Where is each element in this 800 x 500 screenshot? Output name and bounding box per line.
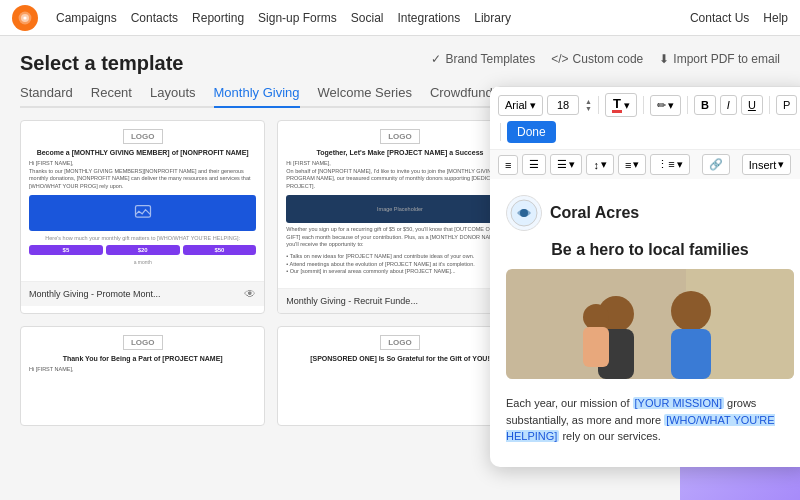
list-icon: ☰ (557, 158, 567, 171)
custom-code-icon: </> (551, 52, 568, 66)
nav-contacts[interactable]: Contacts (131, 11, 178, 25)
preview-panel: Arial ▾ 18 ▲ ▼ T ▾ ✏ ▾ B I U P (490, 86, 800, 467)
underline-btn[interactable]: U (741, 95, 763, 115)
eye-icon-1[interactable]: 👁 (244, 287, 256, 301)
card-image-1 (29, 195, 256, 231)
tab-recent[interactable]: Recent (91, 85, 132, 108)
card-body-5: LOGO [SPONSORED ONE] Is So Grateful for … (278, 327, 521, 407)
import-pdf-icon: ⬇ (659, 52, 669, 66)
card-title-4: Thank You for Being a Part of [PROJECT N… (29, 354, 256, 363)
nav-signupforms[interactable]: Sign-up Forms (258, 11, 337, 25)
list-dropdown: ▾ (569, 158, 575, 171)
card-footer-1: Monthly Giving - Promote Mont... 👁 (21, 281, 264, 306)
divider-4 (769, 96, 770, 114)
text-color-dropdown: ▾ (624, 99, 630, 112)
card-logo-5: LOGO (380, 335, 420, 350)
italic-btn[interactable]: I (720, 95, 737, 115)
font-size-input[interactable]: 18 (547, 95, 579, 115)
card-title-5: [SPONSORED ONE] Is So Grateful for the G… (286, 354, 513, 363)
card-footer-2: Monthly Giving - Recruit Funde... 👁 (278, 288, 521, 313)
svg-point-12 (671, 291, 711, 331)
nav-reporting[interactable]: Reporting (192, 11, 244, 25)
card-bullets-2: • Talks on new ideas for [PROJECT NAME] … (286, 253, 513, 276)
amount-5: $5 (29, 245, 103, 255)
card-text-2: Hi [FIRST NAME],On behalf of [NONPROFIT … (286, 160, 513, 191)
text-color-icon: T (612, 97, 622, 113)
line-height-btn[interactable]: ↕ ▾ (586, 154, 614, 175)
tab-standard[interactable]: Standard (20, 85, 73, 108)
font-selector[interactable]: Arial ▾ (498, 95, 543, 116)
import-pdf-link[interactable]: ⬇ Import PDF to email (659, 52, 780, 66)
nav-library[interactable]: Library (474, 11, 511, 25)
pencil-icon: ✏ (657, 99, 666, 112)
more-list-btn[interactable]: ⋮≡ ▾ (650, 154, 689, 175)
nav-help[interactable]: Help (763, 11, 788, 25)
font-value: Arial (505, 99, 527, 111)
template-card-1[interactable]: LOGO Become a [MONTHLY GIVING MEMBER] of… (20, 120, 265, 314)
card-image-2: Image Placeholder (286, 195, 513, 223)
preview-logo-row: Coral Acres (506, 195, 794, 231)
insert-label: Insert (749, 159, 777, 171)
preview-photo (506, 269, 794, 379)
link-btn[interactable]: 🔗 (702, 154, 730, 175)
svg-rect-11 (583, 327, 609, 367)
card-body-2: LOGO Together, Let's Make [PROJECT NAME]… (278, 121, 521, 288)
preview-org-name: Coral Acres (550, 204, 639, 222)
list-type-btn[interactable]: ≡ ▾ (618, 154, 646, 175)
list-type-dropdown: ▾ (633, 158, 639, 171)
app-logo[interactable] (12, 5, 38, 31)
card-amounts-1: $5 $20 $50 (29, 245, 256, 255)
brand-templates-link[interactable]: ✓ Brand Templates (431, 52, 535, 66)
bold-btn[interactable]: B (694, 95, 716, 115)
amount-50: $50 (183, 245, 257, 255)
tab-monthly-giving[interactable]: Monthly Giving (214, 85, 300, 108)
nav-items: Campaigns Contacts Reporting Sign-up For… (56, 11, 672, 25)
divider-3 (687, 96, 688, 114)
text-color-btn[interactable]: T ▾ (605, 93, 637, 117)
divider-2 (643, 96, 644, 114)
pencil-dropdown: ▾ (668, 99, 674, 112)
align-center-btn[interactable]: ☰ (522, 154, 546, 175)
insert-dropdown: ▾ (778, 158, 784, 171)
list-type-icon: ≡ (625, 159, 631, 171)
svg-rect-13 (671, 329, 711, 379)
tab-layouts[interactable]: Layouts (150, 85, 196, 108)
card-title-1: Become a [MONTHLY GIVING MEMBER] of [NON… (29, 148, 256, 157)
done-button[interactable]: Done (507, 121, 556, 143)
divider-5 (500, 123, 501, 141)
custom-code-label: Custom code (573, 52, 644, 66)
card-logo-2: LOGO (380, 129, 420, 144)
nav-campaigns[interactable]: Campaigns (56, 11, 117, 25)
toolbar-row2: ≡ ☰ ☰ ▾ ↕ ▾ ≡ ▾ ⋮≡ ▾ 🔗 Insert (490, 149, 800, 179)
more-list-dropdown: ▾ (677, 158, 683, 171)
align-left-btn[interactable]: ≡ (498, 155, 518, 175)
template-card-2[interactable]: LOGO Together, Let's Make [PROJECT NAME]… (277, 120, 522, 314)
template-card-4[interactable]: LOGO Thank You for Being a Part of [PROJ… (20, 326, 265, 426)
svg-point-2 (23, 16, 26, 19)
card-text-1: Hi [FIRST NAME],Thanks to our [MONTHLY G… (29, 160, 256, 191)
pencil-btn[interactable]: ✏ ▾ (650, 95, 681, 116)
svg-point-10 (583, 304, 609, 330)
size-stepper[interactable]: ▲ ▼ (585, 98, 592, 112)
tab-welcome-series[interactable]: Welcome Series (318, 85, 412, 108)
size-down-btn[interactable]: ▼ (585, 105, 592, 112)
card-logo-4: LOGO (123, 335, 163, 350)
brand-templates-label: Brand Templates (445, 52, 535, 66)
nav-integrations[interactable]: Integrations (397, 11, 460, 25)
body-highlight-1: [YOUR MISSION] (633, 397, 724, 409)
list-indent-btn[interactable]: ☰ ▾ (550, 154, 582, 175)
size-up-btn[interactable]: ▲ (585, 98, 592, 105)
custom-code-link[interactable]: </> Custom code (551, 52, 643, 66)
line-height-dropdown: ▾ (601, 158, 607, 171)
line-height-icon: ↕ (593, 159, 599, 171)
template-card-5[interactable]: LOGO [SPONSORED ONE] Is So Grateful for … (277, 326, 522, 426)
card-text-2b: Whether you sign up for a recurring gift… (286, 226, 513, 249)
preview-headline: Be a hero to local families (506, 241, 794, 259)
body-text-post: rely on our services. (559, 430, 660, 442)
nav-social[interactable]: Social (351, 11, 384, 25)
nav-contact-us[interactable]: Contact Us (690, 11, 749, 25)
preview-body-text: Each year, our mission of [YOUR MISSION]… (506, 387, 794, 451)
insert-btn[interactable]: Insert ▾ (742, 154, 792, 175)
preview-logo (506, 195, 542, 231)
indent-btn[interactable]: P (776, 95, 797, 115)
